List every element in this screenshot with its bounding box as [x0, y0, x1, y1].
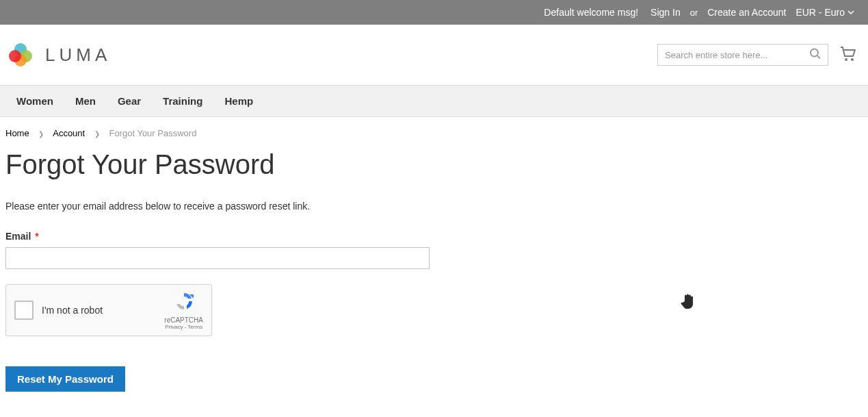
nav-item-training[interactable]: Training: [152, 86, 213, 116]
svg-point-3: [9, 50, 21, 62]
logo-text: LUMA: [45, 45, 111, 66]
recaptcha-widget: I'm not a robot reCAPTCHA Privacy - Term…: [5, 284, 212, 336]
recaptcha-checkbox[interactable]: [14, 301, 34, 320]
reset-password-button[interactable]: Reset My Password: [5, 366, 125, 392]
form-note: Please enter your email address below to…: [5, 201, 432, 212]
recaptcha-brand: reCAPTCHA: [164, 316, 203, 324]
required-mark: *: [35, 231, 38, 242]
chevron-right-icon: ❯: [38, 130, 44, 138]
main-nav: Women Men Gear Training Hemp: [0, 85, 868, 117]
search-form: [657, 44, 828, 66]
forgot-password-form: Please enter your email address below to…: [0, 201, 438, 392]
recaptcha-links[interactable]: Privacy - Terms: [164, 324, 203, 330]
nav-item-gear[interactable]: Gear: [107, 86, 152, 116]
store-logo[interactable]: LUMA: [5, 40, 111, 70]
nav-item-men[interactable]: Men: [64, 86, 107, 116]
svg-line-5: [817, 56, 820, 59]
breadcrumb-account[interactable]: Account: [53, 128, 85, 138]
recaptcha-icon: [173, 290, 195, 312]
currency-label: EUR - Euro: [795, 7, 845, 18]
search-icon: [809, 48, 821, 60]
cart-link[interactable]: [839, 45, 857, 64]
svg-point-6: [845, 58, 847, 61]
chevron-down-icon: [847, 9, 854, 16]
nav-item-women[interactable]: Women: [5, 86, 64, 116]
logo-mark-icon: [5, 40, 36, 70]
nav-item-hemp[interactable]: Hemp: [213, 86, 264, 116]
page-title: Forgot Your Password: [0, 149, 868, 201]
recaptcha-label: I'm not a robot: [42, 305, 103, 316]
breadcrumb-current: Forgot Your Password: [109, 128, 196, 138]
create-account-link[interactable]: Create an Account: [707, 7, 786, 18]
header-main: LUMA: [0, 25, 868, 85]
panel-header: Default welcome msg! Sign In or Create a…: [0, 0, 868, 25]
svg-point-7: [851, 58, 854, 61]
email-label: Email *: [5, 231, 432, 242]
search-input[interactable]: [657, 44, 828, 66]
breadcrumb-home[interactable]: Home: [5, 128, 29, 138]
cart-icon: [839, 45, 857, 62]
svg-point-4: [811, 49, 818, 57]
currency-switcher[interactable]: EUR - Euro: [795, 7, 854, 18]
breadcrumb: Home ❯ Account ❯ Forgot Your Password: [0, 117, 868, 149]
cursor-hand-icon: [680, 293, 695, 312]
or-text: or: [690, 8, 698, 18]
sign-in-link[interactable]: Sign In: [650, 7, 681, 18]
email-field[interactable]: [5, 247, 430, 269]
chevron-right-icon: ❯: [94, 130, 100, 138]
search-button[interactable]: [806, 45, 824, 65]
welcome-message: Default welcome msg!: [544, 7, 638, 18]
